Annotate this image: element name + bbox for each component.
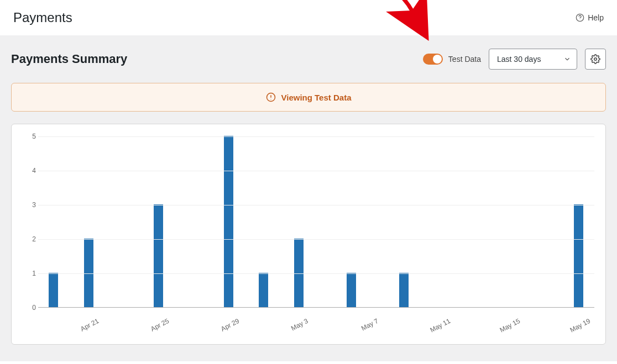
test-data-toggle[interactable] [423, 54, 443, 65]
chart-bar[interactable] [224, 136, 233, 307]
help-button[interactable]: Help [576, 13, 604, 22]
panel-controls: Test Data Last 30 days [423, 49, 606, 70]
test-data-alert: Viewing Test Data [11, 83, 606, 112]
x-slot: Apr 25 [150, 312, 168, 334]
x-slot [483, 312, 500, 334]
x-slot [237, 312, 255, 334]
x-slot [342, 312, 360, 334]
chart-bar[interactable] [49, 273, 58, 307]
chart-bar[interactable] [84, 239, 93, 307]
help-icon [576, 13, 584, 22]
x-slot [517, 312, 535, 334]
top-bar: Payments Help [0, 0, 617, 35]
bar-slot [80, 136, 97, 307]
x-slot: May 15 [500, 312, 517, 334]
date-range-select[interactable]: Last 30 days [489, 49, 577, 70]
svg-point-1 [580, 19, 581, 20]
x-slot [62, 312, 80, 334]
bar-slot [307, 136, 325, 307]
bar-slot [150, 136, 168, 307]
page-title: Payments [13, 10, 72, 25]
bar-slot [325, 136, 343, 307]
alert-text: Viewing Test Data [281, 93, 352, 102]
chart-card: 012345 Apr 21Apr 25Apr 29May 3May 7May 1… [11, 124, 606, 345]
chart-bar[interactable] [347, 273, 356, 307]
bar-slot [290, 136, 307, 307]
panel-title: Payments Summary [11, 52, 127, 66]
bar-slot [62, 136, 80, 307]
chart-bars [38, 136, 594, 307]
gear-icon [590, 54, 600, 64]
settings-button[interactable] [585, 49, 606, 70]
gridline [38, 273, 594, 274]
x-slot [202, 312, 220, 334]
test-data-toggle-wrap: Test Data [423, 54, 481, 65]
x-slot: May 19 [570, 312, 588, 334]
x-slot [132, 312, 150, 334]
chart-bar[interactable] [259, 273, 268, 307]
bar-slot [517, 136, 535, 307]
x-axis: Apr 21Apr 25Apr 29May 3May 7May 11May 15… [38, 312, 594, 334]
chart-area: 012345 Apr 21Apr 25Apr 29May 3May 7May 1… [38, 136, 594, 319]
chart-bar[interactable] [574, 204, 583, 307]
x-slot [97, 312, 115, 334]
chart-bar[interactable] [294, 239, 304, 307]
bar-slot [447, 136, 465, 307]
x-slot [465, 312, 483, 334]
bar-slot [273, 136, 290, 307]
x-slot [273, 312, 290, 334]
x-slot [395, 312, 412, 334]
bar-slot [132, 136, 150, 307]
x-slot [535, 312, 553, 334]
chart-plot [38, 136, 594, 308]
help-label: Help [588, 13, 604, 22]
x-slot [552, 312, 570, 334]
bar-slot [535, 136, 553, 307]
x-tick-label: May 3 [290, 317, 309, 333]
bar-slot [168, 136, 185, 307]
gridline [38, 136, 594, 137]
panel-header: Payments Summary Test Data Last 30 days [11, 49, 606, 70]
gridline [38, 239, 594, 240]
bar-slot [465, 136, 483, 307]
x-slot: Apr 29 [220, 312, 238, 334]
date-range-label: Last 30 days [497, 55, 541, 64]
x-slot [325, 312, 343, 334]
y-tick: 4 [23, 167, 36, 175]
x-slot [412, 312, 430, 334]
y-tick: 1 [23, 270, 36, 277]
chart-bar[interactable] [399, 273, 409, 307]
x-slot: May 3 [290, 312, 307, 334]
bar-slot [97, 136, 115, 307]
toggle-knob [433, 55, 442, 64]
y-tick: 3 [23, 201, 36, 209]
test-data-toggle-label: Test Data [448, 55, 481, 64]
gridline [38, 205, 594, 205]
x-slot [307, 312, 325, 334]
x-slot [255, 312, 273, 334]
alert-icon [266, 92, 276, 102]
svg-point-5 [270, 99, 271, 99]
bar-slot [255, 136, 273, 307]
bar-slot [202, 136, 220, 307]
bar-slot [412, 136, 430, 307]
bar-slot [185, 136, 202, 307]
x-slot [168, 312, 185, 334]
svg-point-2 [594, 58, 597, 61]
bar-slot [237, 136, 255, 307]
bar-slot [500, 136, 517, 307]
x-slot: May 11 [430, 312, 448, 334]
x-slot: Apr 21 [80, 312, 97, 334]
bar-slot [378, 136, 395, 307]
bar-slot [430, 136, 448, 307]
bar-slot [342, 136, 360, 307]
summary-panel: Payments Summary Test Data Last 30 days [0, 35, 617, 361]
bar-slot [45, 136, 62, 307]
y-axis: 012345 [23, 136, 36, 319]
bar-slot [360, 136, 378, 307]
x-slot [447, 312, 465, 334]
bar-slot [395, 136, 412, 307]
y-tick: 5 [23, 133, 36, 140]
bar-slot [115, 136, 133, 307]
chart-bar[interactable] [154, 204, 163, 307]
